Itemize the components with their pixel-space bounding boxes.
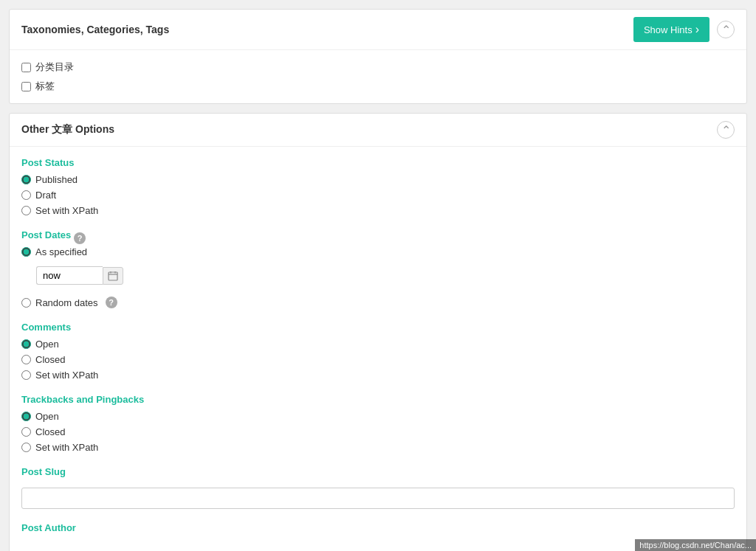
status-xpath-radio[interactable] (21, 206, 31, 215)
post-status-label: Post Status (21, 157, 735, 168)
trackbacks-open-label: Open (35, 411, 59, 422)
other-options-panel: Other 文章 Options ⌃ Post Status Published… (9, 113, 747, 551)
comments-closed-label: Closed (35, 354, 65, 365)
date-input[interactable] (36, 266, 103, 285)
comments-open-radio[interactable] (21, 339, 31, 349)
date-input-wrap (36, 266, 125, 285)
dates-random[interactable]: Random dates ? (21, 297, 735, 308)
post-slug-section: Post Slug (21, 466, 735, 509)
status-xpath[interactable]: Set with XPath (21, 205, 735, 216)
post-author-section: Post Author (21, 522, 735, 533)
status-published-label: Published (35, 174, 78, 185)
tag-checkbox[interactable] (21, 82, 31, 91)
category-label: 分类目录 (35, 60, 74, 74)
post-dates-label: Post Dates (21, 229, 71, 240)
collapse-taxonomies-button[interactable]: ⌃ (717, 21, 735, 38)
comments-closed-radio[interactable] (21, 355, 31, 364)
taxonomies-panel: Taxonomies, Categories, Tags Show Hints … (9, 9, 747, 104)
comments-options: Open Closed Set with XPath (21, 339, 735, 381)
status-draft[interactable]: Draft (21, 190, 735, 201)
status-xpath-label: Set with XPath (35, 205, 98, 216)
post-dates-header: Post Dates ? (21, 229, 735, 246)
trackbacks-open-radio[interactable] (21, 412, 31, 421)
post-status-section: Post Status Published Draft Set with XPa… (21, 157, 735, 216)
taxonomies-title: Taxonomies, Categories, Tags (21, 24, 169, 35)
checkbox-category[interactable]: 分类目录 (21, 60, 735, 74)
dates-as-specified[interactable]: As specified (21, 246, 735, 257)
checkbox-tag[interactable]: 标签 (21, 80, 735, 93)
trackbacks-closed-radio[interactable] (21, 427, 31, 437)
show-hints-button[interactable]: Show Hints › (633, 17, 709, 42)
comments-xpath-radio[interactable] (21, 370, 31, 380)
taxonomy-checkboxes: 分类目录 标签 (21, 60, 735, 93)
dates-specified-radio[interactable] (21, 247, 31, 257)
trackbacks-closed-label: Closed (35, 426, 65, 437)
dates-random-label: Random dates (35, 297, 98, 308)
other-panel-body: Post Status Published Draft Set with XPa… (10, 147, 746, 551)
post-dates-options: As specified Random date (21, 246, 735, 308)
post-dates-help-icon[interactable]: ? (74, 232, 86, 244)
collapse-other-button[interactable]: ⌃ (717, 121, 735, 139)
comments-section: Comments Open Closed Set with XPath (21, 322, 735, 381)
comments-open-label: Open (35, 339, 59, 350)
other-panel-header: Other 文章 Options ⌃ (10, 114, 746, 147)
trackbacks-open[interactable]: Open (21, 411, 735, 422)
trackbacks-label: Trackbacks and Pingbacks (21, 394, 735, 405)
trackbacks-xpath-radio[interactable] (21, 443, 31, 452)
comments-xpath-label: Set with XPath (35, 370, 98, 381)
trackbacks-xpath[interactable]: Set with XPath (21, 442, 735, 453)
category-checkbox[interactable] (21, 63, 31, 72)
random-dates-help-icon[interactable]: ? (106, 297, 117, 308)
url-hint: https://blog.csdn.net/Chan/ac... (635, 539, 756, 551)
trackbacks-options: Open Closed Set with XPath (21, 411, 735, 453)
svg-rect-0 (109, 272, 117, 280)
comments-xpath[interactable]: Set with XPath (21, 370, 735, 381)
calendar-button[interactable] (103, 267, 123, 285)
post-status-options: Published Draft Set with XPath (21, 174, 735, 216)
post-author-label: Post Author (21, 522, 735, 533)
calendar-icon (108, 271, 118, 281)
other-title: Other 文章 Options (21, 123, 114, 136)
trackbacks-section: Trackbacks and Pingbacks Open Closed Set… (21, 394, 735, 453)
dates-specified-label: As specified (35, 246, 87, 257)
status-draft-label: Draft (35, 190, 56, 201)
post-slug-label: Post Slug (21, 466, 735, 477)
status-published[interactable]: Published (21, 174, 735, 185)
tag-label: 标签 (35, 80, 55, 93)
arrow-right-icon: › (695, 23, 699, 36)
status-published-radio[interactable] (21, 175, 31, 184)
trackbacks-xpath-label: Set with XPath (35, 442, 98, 453)
post-dates-section: Post Dates ? As specified (21, 229, 735, 308)
comments-label: Comments (21, 322, 735, 333)
dates-random-radio[interactable] (21, 298, 31, 308)
comments-closed[interactable]: Closed (21, 354, 735, 365)
trackbacks-closed[interactable]: Closed (21, 426, 735, 437)
status-draft-radio[interactable] (21, 190, 31, 200)
post-slug-input[interactable] (21, 488, 735, 509)
taxonomies-panel-header: Taxonomies, Categories, Tags Show Hints … (10, 10, 746, 50)
taxonomies-body: 分类目录 标签 (10, 50, 746, 103)
comments-open[interactable]: Open (21, 339, 735, 350)
